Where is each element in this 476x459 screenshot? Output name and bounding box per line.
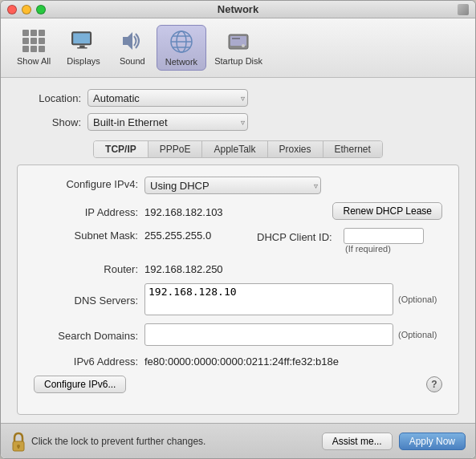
tab-tcpip[interactable]: TCP/IP: [94, 141, 148, 157]
dhcp-client-id-input[interactable]: [344, 228, 424, 244]
lock-area: Click the lock to prevent further change…: [10, 432, 315, 451]
tab-pppoe[interactable]: PPPoE: [148, 141, 203, 157]
svg-rect-10: [73, 33, 90, 43]
ipv6-address-row: IPv6 Address: fe80:0000:0000:0000:0211:2…: [34, 354, 442, 368]
tab-ethernet[interactable]: Ethernet: [323, 141, 382, 157]
router-label: Router:: [34, 262, 138, 275]
minimize-button[interactable]: [22, 5, 31, 14]
startup-disk-icon: [226, 28, 251, 54]
sound-label: Sound: [120, 56, 145, 66]
show-row: Show: Built-in Ethernet AirPort Built-in…: [17, 113, 459, 131]
svg-rect-7: [31, 46, 37, 52]
svg-rect-1: [31, 30, 37, 36]
svg-marker-13: [123, 32, 132, 50]
router-value: 192.168.182.250: [144, 262, 223, 275]
toolbar: Show All Displays: [1, 18, 475, 78]
search-domains-label: Search Domains:: [34, 328, 138, 342]
svg-rect-6: [22, 46, 29, 52]
toolbar-startup-disk[interactable]: Startup Disk: [206, 25, 271, 71]
configure-ipv4-label: Configure IPv4:: [34, 177, 138, 190]
subnet-mask-value: 255.255.255.0: [144, 228, 241, 242]
configure-ipv4-row: Configure IPv4: Using DHCP Manually Usin…: [34, 177, 442, 194]
search-domains-input[interactable]: [144, 323, 393, 346]
tcpip-panel: Configure IPv4: Using DHCP Manually Usin…: [17, 165, 459, 415]
ip-address-value: 192.168.182.103: [144, 205, 332, 218]
assist-me-button[interactable]: Assist me...: [322, 433, 393, 450]
maximize-button[interactable]: [36, 5, 46, 14]
window-controls: [7, 5, 46, 14]
svg-rect-0: [22, 30, 29, 36]
svg-point-21: [242, 44, 245, 47]
lock-text: Click the lock to prevent further change…: [31, 436, 205, 447]
renew-dhcp-button[interactable]: Renew DHCP Lease: [332, 202, 442, 220]
svg-rect-8: [39, 46, 45, 52]
system-preferences-window: Network Show All: [0, 0, 476, 459]
subnet-mask-label: Subnet Mask:: [34, 228, 138, 242]
show-dropdown-wrapper: Built-in Ethernet AirPort Built-in FireW…: [87, 113, 248, 131]
toolbar-displays[interactable]: Displays: [59, 25, 108, 71]
network-icon: [169, 29, 194, 55]
configure-ipv6-area: Configure IPv6... ?: [34, 376, 442, 393]
dhcp-client-id-area: DHCP Client ID: (If required): [257, 228, 424, 254]
router-row: Router: 192.168.182.250: [34, 262, 442, 275]
search-domains-row: Search Domains: (Optional): [34, 323, 442, 346]
configure-ipv4-dropdown-wrapper: Using DHCP Manually Using BOOTP Off ▿: [144, 177, 321, 194]
ipv6-address-value: fe80:0000:0000:0000:0211:24ff:fe32:b18e: [144, 354, 339, 368]
dns-servers-row: DNS Servers: 192.168.128.10 (Optional): [34, 283, 442, 315]
ipv6-address-label: IPv6 Address:: [34, 354, 138, 368]
show-all-label: Show All: [17, 56, 51, 66]
show-all-icon: [21, 28, 47, 54]
bottom-bar: Click the lock to prevent further change…: [1, 423, 475, 458]
tabs-container: TCP/IP PPPoE AppleTalk Proxies Ethernet: [93, 140, 383, 158]
toolbar-show-all[interactable]: Show All: [9, 25, 59, 71]
window-title: Network: [218, 3, 258, 15]
configure-ipv6-button[interactable]: Configure IPv6...: [34, 376, 126, 393]
network-label: Network: [165, 57, 197, 67]
dns-servers-label: DNS Servers:: [34, 293, 138, 307]
dns-servers-input[interactable]: 192.168.128.10: [144, 283, 393, 315]
apply-now-button[interactable]: Apply Now: [399, 433, 466, 450]
close-button[interactable]: [7, 5, 17, 14]
tabs-row: TCP/IP PPPoE AppleTalk Proxies Ethernet: [17, 140, 459, 158]
ip-address-label: IP Address:: [34, 205, 138, 218]
svg-rect-22: [232, 38, 240, 39]
bottom-buttons: Assist me... Apply Now: [322, 433, 466, 450]
dns-servers-optional: (Optional): [398, 294, 437, 304]
svg-rect-3: [22, 38, 29, 44]
svg-rect-5: [39, 38, 45, 44]
toolbar-network[interactable]: Network: [157, 25, 206, 71]
dhcp-client-id-hint: (If required): [345, 244, 424, 254]
show-select[interactable]: Built-in Ethernet AirPort Built-in FireW…: [87, 113, 248, 131]
configure-ipv4-select[interactable]: Using DHCP Manually Using BOOTP Off: [144, 177, 321, 194]
main-content: Location: Automatic Edit Locations... ▿ …: [1, 78, 475, 423]
subnet-mask-row: Subnet Mask: 255.255.255.0 DHCP Client I…: [34, 228, 442, 254]
tab-appletalk[interactable]: AppleTalk: [202, 141, 267, 157]
location-dropdown-wrapper: Automatic Edit Locations... ▿: [87, 89, 248, 107]
svg-rect-2: [39, 30, 45, 36]
tab-proxies[interactable]: Proxies: [268, 141, 323, 157]
titlebar: Network: [1, 1, 475, 18]
show-label: Show:: [17, 116, 81, 128]
location-select[interactable]: Automatic Edit Locations...: [87, 89, 248, 107]
ip-address-row: IP Address: 192.168.182.103 Renew DHCP L…: [34, 202, 442, 220]
displays-label: Displays: [67, 56, 100, 66]
help-button[interactable]: ?: [426, 376, 442, 392]
dhcp-client-id-label: DHCP Client ID:: [257, 229, 332, 243]
location-label: Location:: [17, 92, 81, 104]
svg-rect-11: [79, 46, 84, 47]
svg-rect-12: [77, 47, 87, 49]
lock-icon[interactable]: [10, 432, 26, 451]
svg-rect-4: [31, 38, 37, 44]
toolbar-sound[interactable]: Sound: [108, 25, 157, 71]
svg-rect-25: [18, 446, 19, 449]
svg-rect-20: [230, 36, 246, 46]
sound-icon: [120, 28, 145, 54]
search-domains-optional: (Optional): [398, 330, 437, 339]
location-row: Location: Automatic Edit Locations... ▿: [17, 89, 459, 107]
startup-disk-label: Startup Disk: [214, 56, 262, 66]
displays-icon: [71, 28, 96, 54]
resize-handle[interactable]: [458, 4, 469, 15]
